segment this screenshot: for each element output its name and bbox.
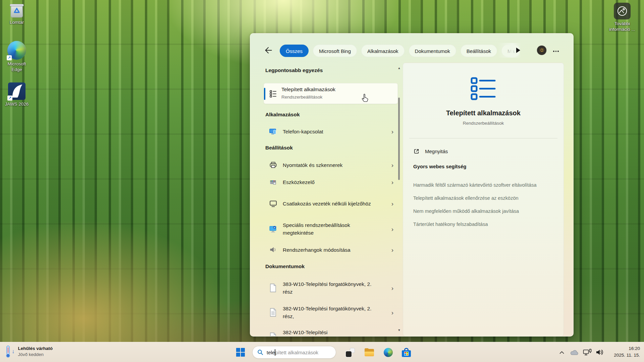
desktop-icon-label: JAWS 2026 xyxy=(5,101,29,107)
open-label: Megnyitás xyxy=(425,148,448,154)
tray-onedrive[interactable] xyxy=(569,342,579,362)
network-icon xyxy=(583,349,592,356)
recycle-arrows-icon xyxy=(12,7,21,16)
tray-volume[interactable] xyxy=(595,342,605,362)
section-header-apps: Alkalmazások xyxy=(265,111,300,118)
chevron-right-icon: › xyxy=(391,247,393,253)
section-header-settings: Beállítások xyxy=(265,144,293,152)
selection-accent-bar xyxy=(264,88,265,100)
speaker-icon xyxy=(268,246,278,253)
best-match-result[interactable]: Telepített alkalmazások Rendszerbeállítá… xyxy=(264,83,398,104)
desktop-icon-jaws[interactable]: ↗ JAWS 2026 xyxy=(3,82,31,107)
chevron-right-icon: › xyxy=(391,200,393,207)
windows-logo-icon xyxy=(236,348,245,357)
search-suggestion-text: pített alkalmazások xyxy=(275,350,318,355)
open-external-icon xyxy=(413,148,420,155)
scrollbar-thumb[interactable] xyxy=(398,98,400,180)
shortcut-arrow-icon: ↗ xyxy=(7,96,12,101)
section-header-best-match: Legpontosabb egyezés xyxy=(265,67,323,74)
desktop-icon-recycle-bin[interactable]: Lomtár xyxy=(3,3,31,25)
start-button[interactable] xyxy=(234,342,247,362)
printer-icon xyxy=(268,161,278,169)
result-printers-scanners[interactable]: Nyomtatók és szkennerek › xyxy=(265,157,398,173)
tab-alkalmazasok[interactable]: Alkalmazások xyxy=(361,45,405,57)
wireless-display-icon xyxy=(268,200,278,207)
edge-button[interactable] xyxy=(383,342,393,362)
quick-help-header: Gyors webes segítség xyxy=(413,164,466,169)
down-arrow-icon: ↓ xyxy=(12,348,15,355)
best-match-title: Telepített alkalmazások xyxy=(281,86,335,93)
tab-beallitasok[interactable]: Beállítások xyxy=(461,45,497,57)
more-options-button[interactable] xyxy=(553,51,559,52)
cursor-hand-icon xyxy=(361,93,370,103)
search-typed-text: tele xyxy=(267,350,275,355)
file-explorer-icon xyxy=(365,348,374,356)
quick-link-remove-antimalware[interactable]: Harmadik féltől származó kártevőirtó szo… xyxy=(413,178,557,191)
weather-subtext: Jövő kedden xyxy=(18,352,53,358)
device-manager-icon xyxy=(268,178,278,186)
scrollbar-up-arrow[interactable]: ▲ xyxy=(397,66,401,70)
tray-clock[interactable]: 16:20 2025. 11. 15. xyxy=(614,345,640,359)
preview-title: Telepített alkalmazások xyxy=(403,109,564,117)
search-icon xyxy=(257,349,263,355)
result-preview-pane: Telepített alkalmazások Rendszerbeállítá… xyxy=(403,63,564,337)
result-wireless-display[interactable]: Csatlakozás vezeték nélküli kijelzőhöz › xyxy=(265,191,398,216)
desktop-icon-more-info[interactable]: További információ ... xyxy=(604,3,640,32)
divider xyxy=(409,138,557,138)
chevron-right-icon: › xyxy=(391,285,393,291)
quick-link-free-up-storage[interactable]: Tárterület hatékony felszabadítása xyxy=(413,218,557,231)
weather-headline: Lehűlés várható xyxy=(18,346,53,352)
tabs-scroll-button[interactable] xyxy=(516,48,520,53)
desktop-icon-label: Lomtár xyxy=(10,19,24,25)
preview-subtitle: Rendszerbeállítások xyxy=(403,121,564,126)
desktop: Lomtár ↗ Microsoft Edge ↗ JAWS 2026 Tová… xyxy=(0,0,644,362)
scrollbar-down-arrow[interactable]: ▼ xyxy=(397,328,401,332)
clock-date: 2025. 11. 15. xyxy=(614,352,640,359)
back-button[interactable] xyxy=(264,46,272,56)
play-icon xyxy=(516,48,520,53)
installed-apps-large-icon xyxy=(403,76,564,101)
tab-microsoft-bing[interactable]: Microsoft Bing xyxy=(313,45,357,57)
recycle-bin-icon xyxy=(9,3,24,18)
best-match-subtitle: Rendszerbeállítások xyxy=(281,95,322,100)
result-phone-link[interactable]: Telefon-kapcsolat › xyxy=(265,123,398,139)
image-placeholder-icon xyxy=(614,3,631,19)
search-flyout: Összes Microsoft Bing Alkalmazások Dokum… xyxy=(250,33,574,337)
file-explorer-button[interactable] xyxy=(364,342,375,362)
weather-widget[interactable]: ↓ Lehűlés várható Jövő kedden xyxy=(5,345,53,358)
open-action[interactable]: Megnyitás xyxy=(413,145,448,157)
tray-show-hidden-icons[interactable] xyxy=(557,342,566,362)
result-advanced-system-settings[interactable]: Speciális rendszerbeállítások megtekinté… xyxy=(265,217,398,241)
document-lines-icon xyxy=(268,308,278,317)
search-filter-tabs: Összes Microsoft Bing Alkalmazások Dokum… xyxy=(280,44,520,57)
chevron-right-icon: › xyxy=(391,226,393,232)
section-header-documents: Dokumentumok xyxy=(265,263,305,270)
desktop-icon-label: Microsoft Edge xyxy=(3,61,30,72)
document-lines-icon xyxy=(268,333,278,337)
tab-osszes[interactable]: Összes xyxy=(280,45,309,57)
quick-link-check-installed-apps[interactable]: Telepített alkalmazások ellenőrzése az e… xyxy=(413,191,557,204)
result-device-manager[interactable]: Eszközkezelő › xyxy=(265,174,398,190)
task-view-button[interactable] xyxy=(345,342,356,362)
clock-time: 16:20 xyxy=(614,345,640,352)
microsoft-store-icon xyxy=(402,348,411,357)
tab-dokumentumok[interactable]: Dokumentumok xyxy=(409,45,456,57)
phone-link-icon xyxy=(268,127,278,135)
chevron-right-icon: › xyxy=(391,334,393,337)
result-document-383[interactable]: 383-W10-Telepítési forgatókönyvek, 2. ré… xyxy=(265,276,398,300)
taskbar: ↓ Lehűlés várható Jövő kedden tele pítet… xyxy=(0,342,644,362)
result-document-382b[interactable]: 382-W10-Telepítési › xyxy=(265,324,398,337)
tray-network[interactable] xyxy=(582,342,592,362)
taskbar-search-input[interactable]: tele pített alkalmazások xyxy=(252,346,336,359)
chevron-right-icon: › xyxy=(391,179,393,185)
task-view-icon xyxy=(346,348,355,357)
chevron-right-icon: › xyxy=(391,128,393,135)
desktop-icon-edge[interactable]: ↗ Microsoft Edge xyxy=(3,41,31,72)
result-document-382[interactable]: 382-W10-Telepítési forgatókönyvek, 2. ré… xyxy=(265,300,398,325)
store-button[interactable] xyxy=(401,342,412,362)
document-icon xyxy=(268,284,278,292)
quick-link-repair-apps[interactable]: Nem megfelelően működő alkalmazások javí… xyxy=(413,204,557,218)
result-system-sounds[interactable]: Rendszerhangok módosítása › xyxy=(265,242,398,258)
profile-avatar[interactable] xyxy=(537,46,546,55)
chevron-right-icon: › xyxy=(391,162,393,168)
